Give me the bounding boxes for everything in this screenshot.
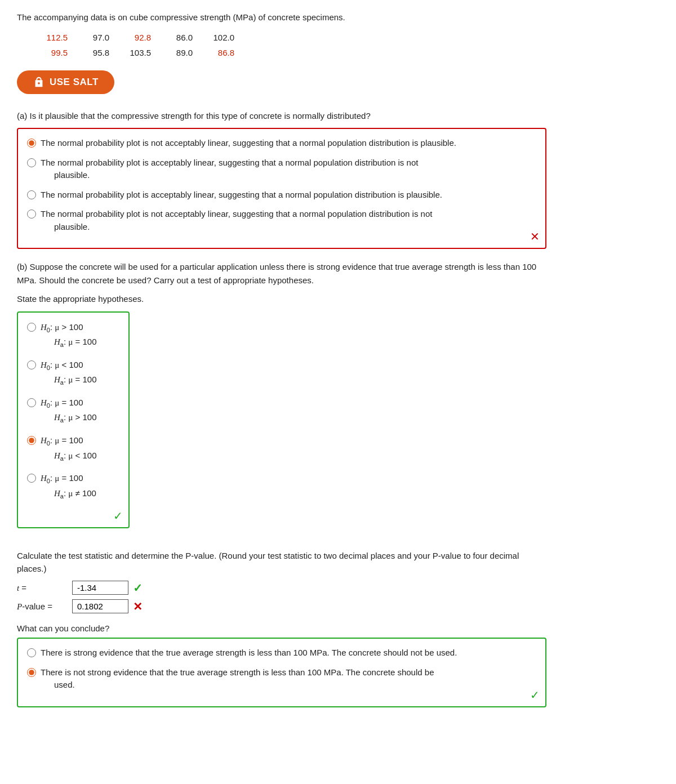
part-a-option-4[interactable]: The normal probability plot is not accep… [27,208,536,233]
part-a-label: (a) Is it plausible that the compressive… [17,110,546,123]
use-salt-label: USE SALT [50,77,99,88]
hyp-ha-5: Ha: μ ≠ 100 [54,487,96,502]
hyp-radio-3[interactable] [27,398,36,407]
hypotheses-box: H0: μ > 100 Ha: μ = 100 H0: μ < 100 Ha: … [17,311,130,529]
conclude-label: What can you conclude? [17,623,546,633]
part-a-option-1[interactable]: The normal probability plot is not accep… [27,137,536,150]
p-label: P-value = [17,602,68,612]
use-salt-button[interactable]: USE SALT [17,70,114,94]
data-val: 97.0 [81,30,109,45]
part-a-status-icon: ✕ [530,230,540,243]
hyp-ha-4: Ha: μ < 100 [54,449,96,464]
conclude-answer-box: There is strong evidence that the true a… [17,638,546,707]
data-val: 86.8 [206,45,234,60]
part-a-answer-box: The normal probability plot is not accep… [17,128,546,249]
hyp-option-3[interactable]: H0: μ = 100 Ha: μ > 100 [27,396,119,426]
t-status-icon: ✓ [133,581,143,595]
hyp-radio-1[interactable] [27,323,36,332]
hyp-status-icon: ✓ [113,509,123,523]
data-row-1: 112.5 97.0 92.8 86.0 102.0 [39,30,546,45]
t-input[interactable] [72,581,128,595]
hyp-option-1[interactable]: H0: μ > 100 Ha: μ = 100 [27,320,119,350]
data-val: 86.0 [164,30,193,45]
part-a-radio-1[interactable] [27,139,36,148]
part-a-option-3-label: The normal probability plot is acceptabl… [41,189,442,202]
part-a-option-4-label: The normal probability plot is not accep… [41,208,432,233]
p-status-icon: ✕ [133,600,143,613]
t-label: t = [17,583,68,593]
hyp-ha-3: Ha: μ > 100 [54,411,96,426]
t-stat-row: t = ✓ [17,581,546,595]
calc-label: Calculate the test statistic and determi… [17,550,546,575]
hyp-h0-4: H0: μ = 100 [41,434,96,449]
conclude-radio-2[interactable] [27,668,36,677]
part-a-radio-2[interactable] [27,158,36,167]
hyp-radio-5[interactable] [27,474,36,483]
part-b-intro: (b) Suppose the concrete will be used fo… [17,260,546,287]
hyp-radio-2[interactable] [27,360,36,369]
conclude-radio-1[interactable] [27,648,36,657]
part-a-radio-4[interactable] [27,210,36,219]
data-val: 103.5 [123,45,151,60]
hyp-h0-3: H0: μ = 100 [41,396,96,411]
data-val: 99.5 [39,45,68,60]
hyp-ha-1: Ha: μ = 100 [54,335,96,350]
conclude-option-2[interactable]: There is not strong evidence that the tr… [27,666,536,692]
hyp-option-5[interactable]: H0: μ = 100 Ha: μ ≠ 100 [27,471,119,501]
data-val: 92.8 [123,30,151,45]
part-a-option-2[interactable]: The normal probability plot is acceptabl… [27,157,536,182]
hyp-ha-2: Ha: μ = 100 [54,373,96,388]
data-val: 102.0 [206,30,234,45]
part-a-radio-3[interactable] [27,190,36,199]
calc-section: Calculate the test statistic and determi… [17,550,546,613]
hyp-h0-2: H0: μ < 100 [41,358,96,373]
hyp-h0-1: H0: μ > 100 [41,320,96,336]
p-input[interactable] [72,599,128,613]
part-a-option-3[interactable]: The normal probability plot is acceptabl… [27,189,536,202]
part-a-option-1-label: The normal probability plot is not accep… [41,137,456,150]
hyp-option-4[interactable]: H0: μ = 100 Ha: μ < 100 [27,434,119,464]
conclude-option-1[interactable]: There is strong evidence that the true a… [27,647,536,660]
state-hypotheses-label: State the appropriate hypotheses. [17,293,546,306]
data-val: 112.5 [39,30,68,45]
data-row-2: 99.5 95.8 103.5 89.0 86.8 [39,45,546,60]
intro-text: The accompanying data is on cube compres… [17,11,546,24]
data-val: 89.0 [164,45,193,60]
p-value-row: P-value = ✕ [17,599,546,613]
conclude-option-1-label: There is strong evidence that the true a… [41,647,457,660]
hyp-h0-5: H0: μ = 100 [41,471,96,487]
conclude-status-icon: ✓ [530,688,540,702]
salt-icon [33,76,45,88]
hyp-option-2[interactable]: H0: μ < 100 Ha: μ = 100 [27,358,119,388]
data-table: 112.5 97.0 92.8 86.0 102.0 99.5 95.8 103… [39,30,546,60]
part-a-option-2-label: The normal probability plot is acceptabl… [41,157,418,182]
conclude-option-2-label: There is not strong evidence that the tr… [41,666,434,692]
hyp-radio-4[interactable] [27,436,36,445]
data-val: 95.8 [81,45,109,60]
